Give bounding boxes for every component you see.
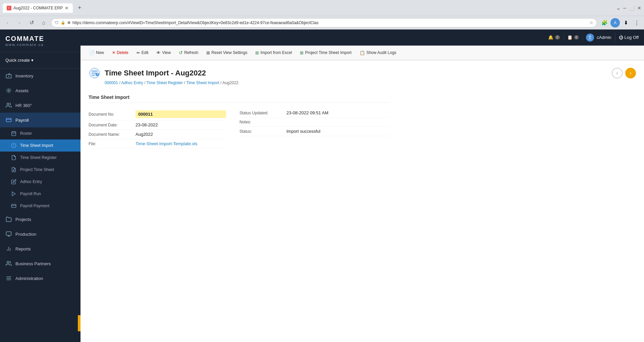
assets-icon (5, 87, 12, 94)
sidebar-item-reports[interactable]: Reports (0, 241, 80, 256)
browser-menu-button[interactable]: ⋮ (632, 18, 641, 27)
sidebar-subitem-label-timesheet-import: Time Sheet Import (20, 143, 53, 148)
logo-sub: www.commate.ca (5, 43, 75, 47)
sidebar-subitem-roster[interactable]: Roster (0, 127, 80, 139)
quick-create-label: Quick create (5, 58, 30, 63)
page-title: Time Sheet Import - Aug2022 (105, 69, 206, 77)
bookmark-star-icon[interactable]: ☆ (589, 20, 593, 25)
edit-button[interactable]: ✏ Edit (133, 49, 152, 57)
project-timesheet-import-button[interactable]: ⊞ Project Time Sheet Import (297, 49, 355, 57)
breadcrumb-timesheet-import-link[interactable]: Time Sheet Import (186, 80, 219, 85)
sidebar-item-label-production: Production (15, 232, 75, 237)
file-value: Time-Sheet-Import-Template.xls (136, 141, 226, 146)
reset-view-button[interactable]: ⊞ Reset View Settings (203, 49, 251, 57)
sidebar-item-payroll[interactable]: Payroll (0, 113, 80, 127)
status-row: Status: Import successful (239, 127, 390, 136)
sidebar-subitem-label-project-timesheet: Project Time Sheet (20, 167, 54, 172)
reports-icon (5, 245, 12, 252)
sidebar-subitem-timesheet-import[interactable]: Time Sheet Import (0, 139, 80, 152)
timesheet-register-icon (11, 155, 17, 161)
sidebar-subitem-project-timesheet[interactable]: Project Time Sheet (0, 164, 80, 176)
edit-icon: ✏ (137, 50, 140, 55)
browser-action-buttons: 🧩 A ⬇ ⋮ (600, 18, 641, 27)
import-excel-button[interactable]: ⊞ Import from Excel (252, 49, 295, 57)
file-label: File: (89, 141, 136, 146)
sidebar-subitem-adhoc-entry[interactable]: Adhoc Entry (0, 176, 80, 188)
status-updated-label: Status Updated: (239, 111, 286, 115)
admin-avatar (586, 34, 594, 42)
prev-record-button[interactable]: ‹ (612, 68, 623, 78)
main-area: 🔔 0 📋 0 cAdmin ⏻ Log Off 📄 New (80, 30, 644, 342)
project-ts-icon: ⊞ (300, 50, 304, 55)
next-record-button[interactable]: › (625, 68, 636, 78)
notes-label: Notes: (239, 120, 286, 124)
refresh-button[interactable]: ↺ (27, 18, 36, 27)
hr360-icon (5, 102, 12, 109)
payroll-run-icon (11, 191, 17, 197)
document-date-label: Document Date: (89, 123, 136, 127)
app-layout: COMMATE www.commate.ca Quick create ▾ In… (0, 30, 644, 342)
adhoc-entry-icon (11, 179, 17, 185)
address-bar[interactable]: 🛡 🔒 ⊜ https://demo.commateerp.com/#ViewI… (51, 18, 597, 27)
svg-point-4 (7, 103, 9, 105)
svg-point-23 (7, 261, 9, 263)
new-button[interactable]: 📄 New (86, 49, 107, 57)
document-button[interactable]: 📋 0 (564, 34, 583, 41)
download-button[interactable]: ⬇ (621, 18, 631, 27)
page-header: Time Sheet Import - Aug2022 ‹ › (89, 67, 636, 79)
page-content: Time Sheet Import - Aug2022 ‹ › 000001 /… (80, 60, 644, 342)
reset-view-icon: ⊞ (206, 50, 210, 55)
sidebar-subitem-payroll-run[interactable]: Payroll Run (0, 188, 80, 200)
sidebar-item-assets[interactable]: Assets (0, 83, 80, 98)
admin-profile-button[interactable]: cAdmin (583, 32, 615, 43)
new-tab-button[interactable]: + (75, 4, 84, 12)
view-button[interactable]: 👁 View (153, 49, 174, 57)
breadcrumb-root-link[interactable]: 000001 (105, 80, 118, 85)
refresh-button[interactable]: ↺ Refresh (175, 49, 202, 57)
close-window-button[interactable]: ✕ (637, 5, 641, 11)
import-excel-label: Import from Excel (260, 50, 292, 55)
form-section-title: Time Sheet Import (89, 92, 390, 103)
security-shield-icon: 🛡 (55, 20, 59, 25)
audit-logs-icon: 📋 (360, 50, 365, 55)
project-ts-label: Project Time Sheet Import (305, 50, 352, 55)
forward-button[interactable]: › (15, 18, 24, 27)
audit-logs-button[interactable]: 📋 Show Audit Logs (356, 49, 399, 57)
profile-button[interactable]: A (610, 18, 620, 27)
payroll-payment-icon (11, 203, 17, 209)
svg-point-27 (589, 36, 591, 37)
minimize-button[interactable]: – (623, 5, 626, 11)
sidebar-item-inventory[interactable]: Inventory (0, 68, 80, 83)
breadcrumb-timesheet-register-link[interactable]: Time Sheet Register (147, 80, 183, 85)
chevron-down-icon[interactable]: ⌄ (616, 5, 621, 11)
sidebar-item-projects[interactable]: Projects (0, 212, 80, 227)
sidebar-subitem-timesheet-register[interactable]: Time Sheet Register (0, 152, 80, 164)
browser-tab[interactable]: C Aug2022 - COMMATE ERP ✕ (3, 3, 73, 13)
sidebar-collapse-button[interactable]: ◂ (78, 315, 80, 331)
extensions-button[interactable]: 🧩 (600, 18, 609, 27)
notification-button[interactable]: 🔔 0 (545, 34, 564, 41)
new-icon: 📄 (89, 50, 95, 55)
maximize-button[interactable]: ⬜ (629, 5, 635, 11)
svg-point-3 (8, 90, 10, 92)
svg-rect-15 (11, 204, 16, 207)
back-button[interactable]: ‹ (3, 18, 12, 27)
inventory-icon (5, 72, 12, 79)
sidebar-subitem-payroll-payment[interactable]: Payroll Payment (0, 200, 80, 212)
home-button[interactable]: ⌂ (39, 18, 48, 27)
tab-close-button[interactable]: ✕ (65, 5, 69, 11)
logout-button[interactable]: ⏻ Log Off (615, 35, 639, 40)
sidebar-item-hr360[interactable]: HR 360° (0, 98, 80, 113)
sidebar-item-production[interactable]: Production (0, 227, 80, 241)
form-grid: Document No: 000011 Document Date: 23-08… (89, 108, 390, 149)
sidebar-item-administration[interactable]: Administration (0, 271, 80, 286)
sidebar-item-label-assets: Assets (15, 88, 75, 93)
url-text[interactable]: https://demo.commateerp.com/#ViewID=Time… (72, 20, 587, 25)
file-link[interactable]: Time-Sheet-Import-Template.xls (136, 141, 197, 146)
breadcrumb-adhoc-link[interactable]: Adhoc Entry (121, 80, 143, 85)
svg-rect-17 (6, 232, 11, 235)
sidebar-nav: Inventory Assets HR 360° (0, 68, 80, 342)
delete-button[interactable]: ✕ Delete (109, 49, 132, 56)
quick-create-button[interactable]: Quick create ▾ (5, 58, 34, 63)
sidebar-item-business-partners[interactable]: Business Partners (0, 256, 80, 271)
